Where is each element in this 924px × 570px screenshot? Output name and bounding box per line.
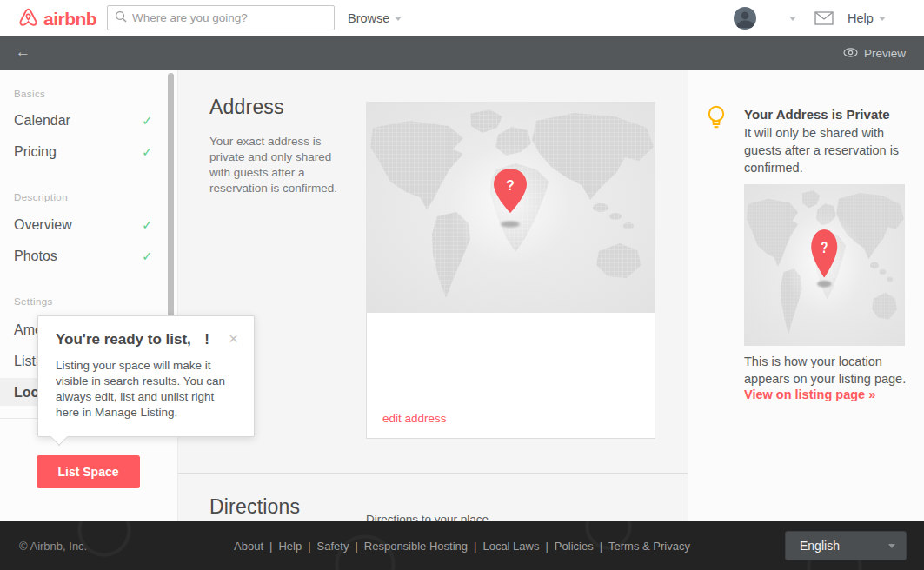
link-separator: | bbox=[600, 540, 602, 553]
sidebar-section-settings: Settings bbox=[14, 296, 53, 307]
footer-link-about[interactable]: About bbox=[234, 540, 263, 553]
link-separator: | bbox=[474, 540, 476, 553]
sidebar-nav: Basics Calendar ✓ Pricing ✓ Description … bbox=[0, 70, 178, 521]
browse-menu[interactable]: Browse bbox=[348, 0, 402, 36]
section-divider bbox=[178, 473, 688, 474]
edit-address-link[interactable]: edit address bbox=[382, 412, 447, 425]
sidebar-section-description: Description bbox=[14, 192, 68, 202]
link-separator: | bbox=[269, 540, 272, 553]
footer-link-help[interactable]: Help bbox=[278, 540, 302, 553]
chevron-down-icon bbox=[888, 544, 895, 548]
footer-link-local-laws[interactable]: Local Laws bbox=[482, 540, 539, 553]
svg-text:?: ? bbox=[506, 178, 515, 193]
main-content: Address Your exact address is private an… bbox=[178, 70, 688, 521]
world-map: ? bbox=[366, 102, 655, 313]
sidebar-section-basics: Basics bbox=[14, 89, 45, 99]
back-arrow-icon[interactable]: ← bbox=[16, 43, 30, 61]
check-icon: ✓ bbox=[142, 113, 153, 129]
close-icon[interactable]: × bbox=[229, 331, 238, 346]
aside-tip-body: It will only be shared with guests after… bbox=[744, 124, 916, 176]
mail-icon[interactable] bbox=[814, 11, 834, 29]
footer: © Airbnb, Inc. About | Help | Safety | R… bbox=[0, 521, 924, 570]
help-menu[interactable]: Help bbox=[848, 0, 886, 36]
view-listing-page-link[interactable]: View on listing page » bbox=[744, 388, 875, 401]
avatar[interactable] bbox=[734, 7, 756, 30]
help-aside: Your Address is Private It will only be … bbox=[688, 70, 924, 521]
directions-section-title: Directions bbox=[209, 495, 300, 519]
footer-link-policies[interactable]: Policies bbox=[555, 540, 594, 553]
eye-icon bbox=[843, 47, 858, 60]
lightbulb-icon bbox=[706, 104, 727, 136]
popup-body: Listing your space will make it visible … bbox=[56, 358, 238, 421]
check-icon: ✓ bbox=[142, 217, 153, 233]
sidebar-item-listing[interactable]: Listi bbox=[14, 354, 38, 369]
aside-tip-title: Your Address is Private bbox=[744, 107, 890, 122]
page: airbnb Browse Help ← bbox=[0, 0, 924, 570]
search-icon bbox=[115, 10, 127, 26]
world-map-thumbnail: ? bbox=[744, 184, 905, 346]
check-icon: ✓ bbox=[142, 144, 153, 160]
preview-button[interactable]: Preview bbox=[843, 36, 906, 70]
listing-toolbar: ← Preview bbox=[0, 36, 924, 70]
check-icon: ✓ bbox=[142, 249, 153, 264]
help-label: Help bbox=[848, 11, 874, 25]
preview-label: Preview bbox=[864, 47, 906, 60]
account-chevron-down-icon[interactable] bbox=[789, 17, 796, 21]
link-separator: | bbox=[308, 540, 310, 553]
sidebar-item-pricing[interactable]: Pricing bbox=[14, 144, 57, 160]
sidebar-item-photos[interactable]: Photos bbox=[14, 249, 57, 264]
belo-icon bbox=[17, 6, 39, 31]
footer-link-responsible-hosting[interactable]: Responsible Hosting bbox=[364, 540, 468, 553]
browse-label: Browse bbox=[348, 11, 389, 25]
ready-to-list-popup: You're ready to list, ! × Listing your s… bbox=[37, 315, 255, 437]
address-map-card: ? edit address bbox=[366, 102, 655, 439]
sidebar-item-overview[interactable]: Overview bbox=[14, 217, 72, 233]
sidebar-scrollbar[interactable] bbox=[168, 73, 174, 323]
popup-title: You're ready to list, bbox=[56, 331, 191, 348]
footer-link-safety[interactable]: Safety bbox=[317, 540, 349, 553]
address-section-title: Address bbox=[209, 96, 284, 119]
search-input[interactable] bbox=[132, 11, 327, 24]
language-value: English bbox=[800, 539, 840, 553]
address-description: Your exact address is private and only s… bbox=[209, 134, 347, 196]
aside-caption: This is how your location appears on you… bbox=[744, 353, 922, 388]
footer-link-terms-privacy[interactable]: Terms & Privacy bbox=[608, 540, 690, 553]
airbnb-logo[interactable]: airbnb bbox=[17, 6, 96, 31]
language-select[interactable]: English bbox=[785, 531, 907, 560]
brand-wordmark: airbnb bbox=[43, 9, 96, 30]
link-separator: | bbox=[545, 540, 548, 553]
top-header: airbnb Browse Help bbox=[0, 0, 924, 36]
sidebar-item-calendar[interactable]: Calendar bbox=[14, 113, 70, 129]
list-space-button[interactable]: List Space bbox=[37, 455, 140, 488]
search-box bbox=[107, 5, 335, 30]
chevron-down-icon bbox=[395, 17, 402, 21]
chevron-down-icon bbox=[879, 17, 886, 21]
popup-exclamation: ! bbox=[204, 331, 209, 348]
svg-text:?: ? bbox=[821, 238, 828, 256]
link-separator: | bbox=[355, 540, 357, 553]
